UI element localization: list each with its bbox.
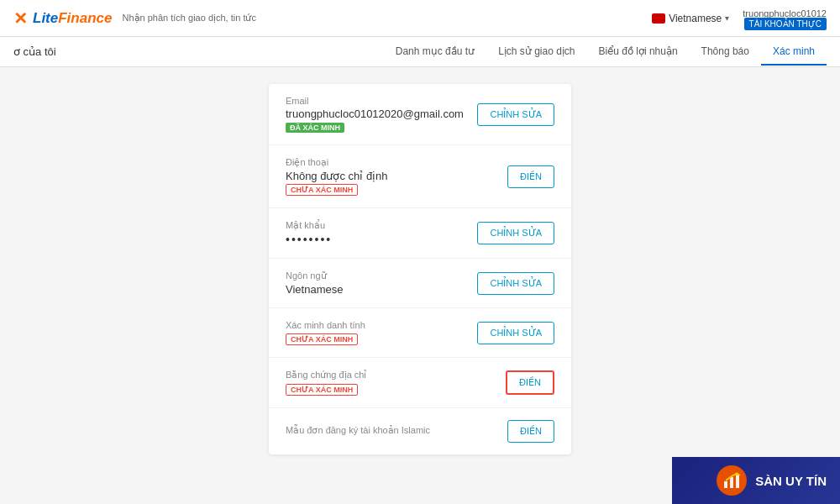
header-right: Vietnamese ▾ truongphucloc01012 TÀI KHOẢ… — [652, 8, 827, 29]
logo[interactable]: ✕ LiteFinance — [13, 8, 112, 29]
tab-lich-su[interactable]: Lịch sử giao dịch — [486, 39, 586, 66]
tab-thong-bao[interactable]: Thông báo — [690, 39, 761, 66]
sub-header: ơ của tôi Danh mục đầu tư Lịch sử giao d… — [0, 37, 840, 67]
verify-info-email: Email truongphucloc01012020@gmail.com ĐÃ… — [286, 96, 477, 133]
verify-info-islamic: Mẫu đơn đăng ký tài khoản Islamic — [286, 425, 507, 438]
phone-value: Không được chỉ định — [286, 170, 507, 182]
verify-info-phone: Điện thoại Không được chỉ định CHƯA XÁC … — [286, 157, 507, 196]
verify-info-identity: Xác minh danh tính CHƯA XÁC MINH — [286, 320, 477, 345]
verify-row-address: Bằng chứng địa chỉ CHƯA XÁC MINH ĐIỀN — [269, 358, 571, 408]
chart-icon — [722, 471, 741, 490]
chevron-down-icon: ▾ — [725, 13, 729, 23]
address-badge: CHƯA XÁC MINH — [286, 384, 358, 396]
language-field-label: Ngôn ngữ — [286, 270, 477, 281]
verify-info-address: Bằng chứng địa chỉ CHƯA XÁC MINH — [286, 370, 506, 396]
identity-edit-button[interactable]: CHỈNH SỬA — [477, 322, 554, 344]
logo-text: LiteFinance — [33, 10, 112, 27]
tab-bieu-do[interactable]: Biểu đồ lợi nhuận — [587, 39, 690, 66]
tab-xac-minh[interactable]: Xác minh — [761, 39, 827, 66]
phone-label: Điện thoại — [286, 157, 507, 168]
email-value: truongphucloc01012020@gmail.com — [286, 108, 477, 120]
account-type-badge: TÀI KHOẢN THỰC — [744, 18, 827, 30]
header-nav-hint: Nhận phân tích giao dịch, tin tức — [122, 13, 255, 24]
address-fill-button[interactable]: ĐIỀN — [506, 370, 554, 395]
verify-info-language: Ngôn ngữ Vietnamese — [286, 270, 477, 296]
password-label: Mật khẩu — [286, 220, 477, 231]
flag-icon — [652, 13, 665, 24]
password-edit-button[interactable]: CHỈNH SỬA — [477, 222, 554, 244]
header: ✕ LiteFinance Nhận phân tích giao dịch, … — [0, 0, 840, 37]
password-value: •••••••• — [286, 233, 477, 246]
verify-row-phone: Điện thoại Không được chỉ định CHƯA XÁC … — [269, 145, 571, 208]
language-field-value: Vietnamese — [286, 283, 477, 296]
verify-row-password: Mật khẩu •••••••• CHỈNH SỬA — [269, 208, 571, 259]
language-edit-button[interactable]: CHỈNH SỬA — [477, 272, 554, 295]
language-label: Vietnamese — [669, 13, 722, 24]
verify-row-language: Ngôn ngữ Vietnamese CHỈNH SỬA — [269, 259, 571, 308]
main-content: Email truongphucloc01012020@gmail.com ĐÃ… — [0, 67, 840, 504]
islamic-label: Mẫu đơn đăng ký tài khoản Islamic — [286, 425, 507, 436]
svg-rect-1 — [730, 477, 733, 488]
phone-fill-button[interactable]: ĐIỀN — [507, 165, 554, 188]
banner-title: SÀN UY TÍN — [755, 474, 827, 488]
svg-rect-2 — [736, 474, 739, 488]
banner-icon — [717, 465, 747, 496]
page-title: ơ của tôi — [13, 45, 56, 58]
logo-x-icon: ✕ — [13, 8, 28, 29]
email-badge: ĐÃ XÁC MINH — [286, 123, 344, 133]
verify-card: Email truongphucloc01012020@gmail.com ĐÃ… — [269, 84, 571, 454]
verify-row-email: Email truongphucloc01012020@gmail.com ĐÃ… — [269, 84, 571, 145]
header-left: ✕ LiteFinance Nhận phân tích giao dịch, … — [13, 8, 256, 29]
email-edit-button[interactable]: CHỈNH SỬA — [477, 103, 554, 126]
language-selector[interactable]: Vietnamese ▾ — [652, 13, 729, 24]
email-label: Email — [286, 96, 477, 106]
identity-badge: CHƯA XÁC MINH — [286, 333, 358, 345]
islamic-fill-button[interactable]: ĐIỀN — [507, 420, 554, 443]
verify-row-islamic: Mẫu đơn đăng ký tài khoản Islamic ĐIỀN — [269, 408, 571, 454]
tab-danh-muc[interactable]: Danh mục đầu tư — [384, 39, 486, 66]
verify-row-identity: Xác minh danh tính CHƯA XÁC MINH CHỈNH S… — [269, 308, 571, 358]
tab-navigation: Danh mục đầu tư Lịch sử giao dịch Biểu đ… — [384, 39, 827, 66]
bottom-banner[interactable]: SÀN UY TÍN — [672, 457, 840, 504]
address-label: Bằng chứng địa chỉ — [286, 370, 506, 381]
identity-label: Xác minh danh tính — [286, 320, 477, 330]
svg-rect-0 — [724, 481, 727, 488]
phone-badge: CHƯA XÁC MINH — [286, 184, 358, 196]
user-info: truongphucloc01012 TÀI KHOẢN THỰC — [743, 8, 827, 29]
user-email: truongphucloc01012 — [743, 8, 827, 18]
verify-info-password: Mật khẩu •••••••• — [286, 220, 477, 246]
